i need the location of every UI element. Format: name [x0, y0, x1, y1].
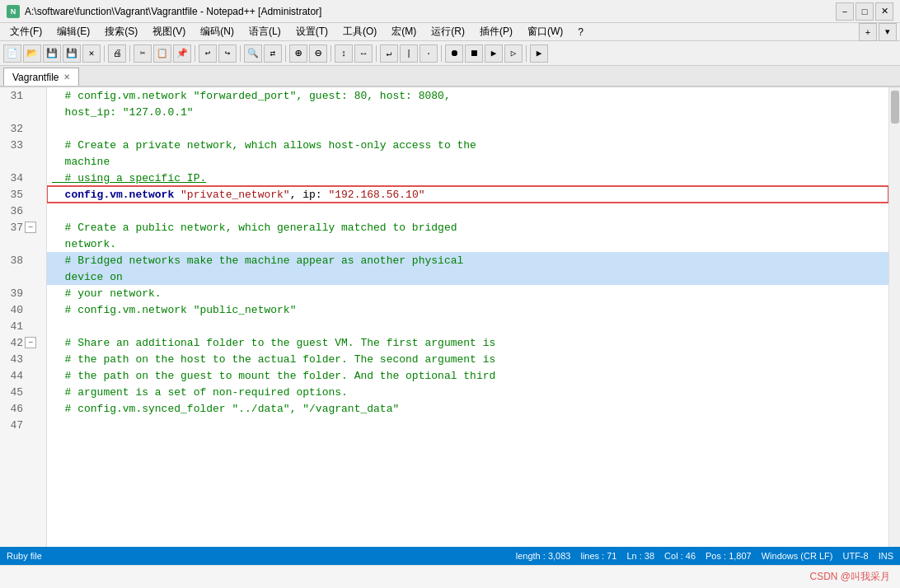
- code-line-14[interactable]: [47, 318, 888, 334]
- find-button[interactable]: 🔍: [244, 44, 262, 63]
- code-line-17[interactable]: # the path on the guest to mount the fol…: [47, 367, 888, 384]
- macro-record-button[interactable]: ⏺: [445, 44, 463, 63]
- status-left: Ruby file: [7, 551, 42, 561]
- open-button[interactable]: 📂: [23, 44, 41, 63]
- save-all-button[interactable]: 💾: [63, 44, 81, 63]
- code-line-5[interactable]: # using a specific IP.: [47, 170, 888, 186]
- zoom-in-button[interactable]: ⊕: [289, 44, 307, 63]
- run-button[interactable]: ▶: [530, 44, 548, 63]
- status-pos: Pos : 1,807: [705, 551, 752, 561]
- macro-run-button[interactable]: ▷: [504, 44, 523, 63]
- toolbar: 📄 📂 💾 💾 ✕ 🖨 ✂ 📋 📌 ↩ ↪ 🔍 ⇄ ⊕ ⊖ ↕ ↔ ↵ | · …: [0, 41, 900, 66]
- indent-guide-button[interactable]: |: [400, 44, 418, 63]
- cut-button[interactable]: ✂: [134, 44, 152, 63]
- window-controls: − □ ✕: [836, 2, 893, 21]
- line-number-20: 47: [3, 417, 40, 433]
- menu-run[interactable]: 运行(R): [424, 23, 471, 40]
- close-button2[interactable]: ✕: [82, 44, 101, 63]
- fold-icon-15[interactable]: −: [25, 337, 36, 348]
- line-number-13: 40: [3, 301, 40, 318]
- app-icon: N: [7, 5, 20, 18]
- redo-button[interactable]: ↪: [218, 44, 237, 63]
- menu-settings[interactable]: 设置(T): [289, 23, 335, 40]
- undo-button[interactable]: ↩: [199, 44, 217, 63]
- minimize-button[interactable]: −: [836, 2, 854, 21]
- tab-close-icon[interactable]: ✕: [63, 72, 70, 82]
- close-button[interactable]: ✕: [875, 2, 893, 21]
- menu-file[interactable]: 文件(F): [3, 23, 49, 40]
- toolbar-sep-6: [330, 45, 331, 62]
- sync-scroll-h-button[interactable]: ↔: [354, 44, 373, 63]
- line-number-2: 32: [3, 120, 40, 137]
- tab-dropdown-button[interactable]: ▾: [879, 23, 897, 41]
- code-line-13[interactable]: # config.vm.network "public_network": [47, 301, 888, 318]
- menu-help[interactable]: ?: [571, 25, 590, 40]
- menu-search[interactable]: 搜索(S): [98, 23, 144, 40]
- new-tab-button[interactable]: +: [859, 23, 877, 41]
- copy-button[interactable]: 📋: [153, 44, 171, 63]
- code-line-4[interactable]: machine: [47, 153, 888, 170]
- menu-tools[interactable]: 工具(O): [336, 23, 383, 40]
- menu-view[interactable]: 视图(V): [146, 23, 192, 40]
- line-number-8: 37−: [3, 219, 40, 236]
- tab-label: Vagrantfile: [12, 72, 59, 83]
- menu-language[interactable]: 语言(L): [242, 23, 288, 40]
- status-ln: Ln : 38: [626, 551, 654, 561]
- code-area[interactable]: # config.vm.network "forwarded_port", gu…: [47, 87, 888, 547]
- code-line-3[interactable]: # Create a private network, which allows…: [47, 137, 888, 153]
- title-text: A:\software\function\Vagrant\Vagrantfile…: [25, 6, 321, 17]
- replace-button[interactable]: ⇄: [264, 44, 282, 63]
- line-number-4: [3, 153, 40, 170]
- paste-button[interactable]: 📌: [173, 44, 191, 63]
- code-line-1[interactable]: host_ip: "127.0.0.1": [47, 104, 888, 120]
- menu-macro[interactable]: 宏(M): [385, 23, 423, 40]
- print-button[interactable]: 🖨: [108, 44, 126, 63]
- line-number-6: 35: [3, 186, 40, 203]
- zoom-out-button[interactable]: ⊖: [309, 44, 327, 63]
- status-right: length : 3,083 lines : 71 Ln : 38 Col : …: [516, 551, 893, 561]
- line-number-5: 34: [3, 170, 40, 186]
- save-button[interactable]: 💾: [43, 44, 61, 63]
- line-number-10: 38: [3, 252, 40, 268]
- tab-vagrantfile[interactable]: Vagrantfile ✕: [3, 68, 79, 86]
- menu-window[interactable]: 窗口(W): [521, 23, 570, 40]
- line-number-19: 46: [3, 400, 40, 417]
- code-line-16[interactable]: # the path on the host to the actual fol…: [47, 351, 888, 367]
- macro-stop-button[interactable]: ⏹: [465, 44, 483, 63]
- macro-play-button[interactable]: ▶: [485, 44, 503, 63]
- code-line-15[interactable]: # Share an additional folder to the gues…: [47, 334, 888, 351]
- code-line-20[interactable]: [47, 417, 888, 433]
- fold-icon-8[interactable]: −: [25, 222, 36, 233]
- menu-edit[interactable]: 编辑(E): [50, 23, 96, 40]
- line-number-16: 43: [3, 351, 40, 367]
- status-lines: lines : 71: [580, 551, 616, 561]
- toolbar-sep-2: [129, 45, 130, 62]
- wrap-button[interactable]: ↵: [380, 44, 398, 63]
- whitespace-button[interactable]: ·: [420, 44, 438, 63]
- status-length: length : 3,083: [516, 551, 571, 561]
- line-number-0: 31: [3, 87, 40, 104]
- code-line-10[interactable]: # Bridged networks make the machine appe…: [47, 252, 888, 268]
- code-line-18[interactable]: # argument is a set of non-required opti…: [47, 384, 888, 400]
- status-mode: INS: [879, 551, 893, 561]
- title-bar: N A:\software\function\Vagrant\Vagrantfi…: [0, 0, 900, 23]
- title-bar-left: N A:\software\function\Vagrant\Vagrantfi…: [7, 5, 321, 18]
- line-number-3: 33: [3, 137, 40, 153]
- code-line-9[interactable]: network.: [47, 236, 888, 252]
- maximize-button[interactable]: □: [855, 2, 874, 21]
- code-line-19[interactable]: # config.vm.synced_folder "../data", "/v…: [47, 400, 888, 417]
- line-number-17: 44: [3, 367, 40, 384]
- scrollbar-vertical[interactable]: [888, 87, 900, 547]
- code-line-11[interactable]: device on: [47, 268, 888, 285]
- code-line-0[interactable]: # config.vm.network "forwarded_port", gu…: [47, 87, 888, 104]
- code-line-12[interactable]: # your network.: [47, 285, 888, 301]
- new-file-button[interactable]: 📄: [3, 44, 21, 63]
- menu-plugins[interactable]: 插件(P): [473, 23, 519, 40]
- code-line-6[interactable]: config.vm.network "private_network", ip:…: [47, 186, 888, 203]
- code-line-8[interactable]: # Create a public network, which general…: [47, 219, 888, 236]
- menu-encoding[interactable]: 编码(N): [194, 23, 241, 40]
- code-line-7[interactable]: [47, 203, 888, 219]
- watermark-text: CSDN @叫我采月: [809, 570, 890, 584]
- code-line-2[interactable]: [47, 120, 888, 137]
- sync-scroll-v-button[interactable]: ↕: [335, 44, 353, 63]
